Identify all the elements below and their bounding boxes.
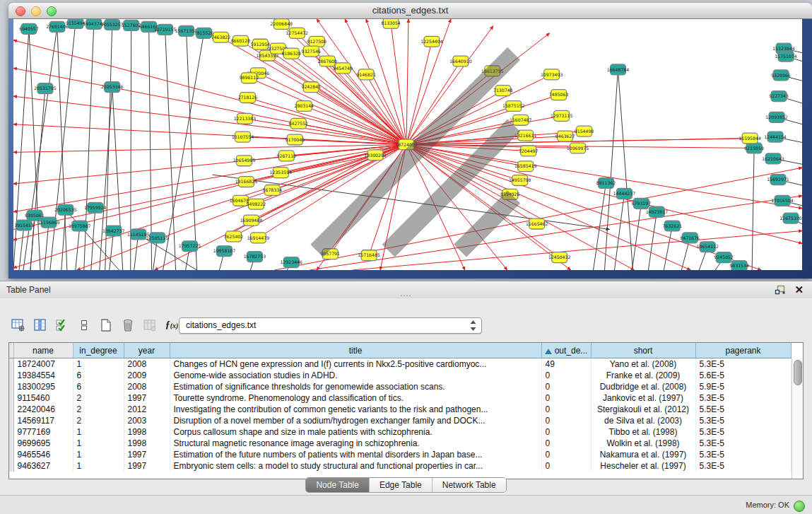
cell[interactable]: Franke et al. (2009) bbox=[591, 370, 695, 381]
cell[interactable]: 49 bbox=[541, 358, 591, 370]
cell[interactable]: Corpus callosum shape and size in male p… bbox=[170, 426, 541, 438]
cell[interactable]: 0 bbox=[541, 426, 591, 438]
cell[interactable]: 2008 bbox=[124, 358, 170, 370]
column-header-year[interactable]: year bbox=[124, 343, 170, 358]
cell[interactable]: 0 bbox=[541, 460, 591, 472]
table-row[interactable]: 1456911722003Disruption of a novel membe… bbox=[9, 415, 791, 426]
float-window-icon[interactable] bbox=[775, 285, 786, 296]
cell[interactable]: 1998 bbox=[124, 426, 170, 438]
cell[interactable]: 18300295 bbox=[13, 381, 73, 392]
cell[interactable]: 1 bbox=[73, 358, 124, 370]
cell[interactable]: 1 bbox=[73, 438, 124, 449]
cell[interactable]: 2 bbox=[73, 392, 124, 404]
cell[interactable]: 0 bbox=[541, 370, 591, 381]
table-row[interactable]: 946554611997Estimation of the future num… bbox=[9, 449, 791, 460]
scrollbar-thumb[interactable] bbox=[794, 360, 802, 385]
cell[interactable]: 9465546 bbox=[13, 449, 73, 460]
table-row[interactable]: 1830029562008Estimation of significance … bbox=[9, 381, 791, 392]
import-table-icon[interactable] bbox=[143, 318, 157, 332]
cell[interactable]: Stergiakouli et al. (2012) bbox=[591, 404, 695, 415]
cell[interactable]: 2008 bbox=[124, 381, 170, 392]
cell[interactable]: 9699695 bbox=[13, 438, 73, 449]
cell[interactable]: Investigating the contribution of common… bbox=[170, 404, 541, 415]
cell[interactable]: 9115460 bbox=[13, 392, 73, 404]
cell[interactable]: 1997 bbox=[124, 449, 170, 460]
vertical-scrollbar[interactable] bbox=[792, 358, 803, 479]
delete-table-icon[interactable] bbox=[121, 318, 135, 332]
new-table-icon[interactable] bbox=[99, 318, 113, 332]
table-source-dropdown[interactable]: citations_edges.txt bbox=[179, 317, 482, 334]
cell[interactable]: 5.3E-5 bbox=[695, 392, 791, 404]
column-header-title[interactable]: title bbox=[170, 343, 541, 358]
cell[interactable]: 5.5E-5 bbox=[695, 404, 791, 415]
cell[interactable]: 9777169 bbox=[13, 426, 73, 438]
cell[interactable]: 0 bbox=[541, 404, 591, 415]
cell[interactable]: 1997 bbox=[124, 392, 170, 404]
cell[interactable]: 5.3E-5 bbox=[695, 438, 791, 449]
table-settings-icon[interactable] bbox=[11, 318, 25, 332]
column-header-name[interactable]: name bbox=[13, 343, 73, 358]
table-row[interactable]: 911546021997Tourette syndrome. Phenomeno… bbox=[9, 392, 791, 404]
cell[interactable]: Hescheler et al. (1997) bbox=[591, 460, 695, 472]
tab-edge-table[interactable]: Edge Table bbox=[370, 478, 433, 492]
table-row[interactable]: 946362711997Embryonic stem cells: a mode… bbox=[9, 460, 791, 472]
cell[interactable]: Jankovic et al. (1997) bbox=[591, 392, 695, 404]
cell[interactable]: 5.3E-5 bbox=[695, 449, 791, 460]
cell[interactable]: 1 bbox=[73, 460, 124, 472]
cell[interactable]: de Silva et al. (2003) bbox=[591, 415, 695, 426]
table-row[interactable]: 969969511998Structural magnetic resonanc… bbox=[9, 438, 791, 449]
cell[interactable]: 0 bbox=[541, 381, 591, 392]
cell[interactable]: 0 bbox=[541, 392, 591, 404]
cell[interactable]: 1 bbox=[73, 426, 124, 438]
cell[interactable]: 0 bbox=[541, 415, 591, 426]
cell[interactable]: 5.3E-5 bbox=[695, 415, 791, 426]
cell[interactable]: 0 bbox=[541, 438, 591, 449]
cell[interactable]: Embryonic stem cells: a model to study s… bbox=[170, 460, 541, 472]
cell[interactable]: 5.3E-5 bbox=[695, 358, 791, 370]
cell[interactable]: Estimation of significance thresholds fo… bbox=[170, 381, 541, 392]
cell[interactable]: 0 bbox=[541, 449, 591, 460]
cell[interactable]: Estimation of the future numbers of pati… bbox=[170, 449, 541, 460]
column-visibility-icon[interactable] bbox=[33, 318, 47, 332]
cell[interactable]: Tibbo et al. (1998) bbox=[591, 426, 695, 438]
cell[interactable]: 5.3E-5 bbox=[695, 426, 791, 438]
column-header-out_de[interactable]: out_de... bbox=[541, 343, 591, 358]
network-window-titlebar[interactable]: citations_edges.txt bbox=[8, 3, 812, 19]
cell[interactable]: 1 bbox=[73, 449, 124, 460]
cell[interactable]: 2 bbox=[73, 404, 124, 415]
network-canvas[interactable]: 6940557276914069155494149437441055325715… bbox=[13, 19, 802, 270]
cell[interactable]: 1997 bbox=[124, 460, 170, 472]
cell[interactable]: 2009 bbox=[124, 370, 170, 381]
splitter-handle-icon[interactable] bbox=[400, 294, 411, 297]
rows-icon[interactable] bbox=[77, 318, 91, 332]
tab-network-table[interactable]: Network Table bbox=[433, 478, 506, 492]
cell[interactable]: 2012 bbox=[124, 404, 170, 415]
table-row[interactable]: 2242004622012Investigating the contribut… bbox=[9, 404, 791, 415]
tab-node-table[interactable]: Node Table bbox=[306, 478, 370, 492]
cell[interactable]: 5.9E-5 bbox=[695, 381, 791, 392]
cell[interactable]: Nakamura et al. (1997) bbox=[591, 449, 695, 460]
cell[interactable]: Yano et al. (2008) bbox=[591, 358, 695, 370]
close-panel-icon[interactable]: ✕ bbox=[794, 284, 804, 296]
cell[interactable]: 6 bbox=[73, 381, 124, 392]
table-row[interactable]: 1938455462009Genome-wide association stu… bbox=[9, 370, 791, 381]
table-row[interactable]: 977716911998Corpus callosum shape and si… bbox=[9, 426, 791, 438]
function-builder-icon[interactable]: ƒ(x) bbox=[165, 318, 179, 332]
column-header-in_degree[interactable]: in_degree bbox=[73, 343, 124, 358]
column-header-short[interactable]: short bbox=[591, 343, 695, 358]
table-row[interactable]: 1872400712008Changes of HCN gene express… bbox=[9, 358, 791, 370]
cell[interactable]: Dudbridge et al. (2008) bbox=[591, 381, 695, 392]
cell[interactable]: Wolkin et al. (1998) bbox=[591, 438, 695, 449]
cell[interactable]: 19384554 bbox=[13, 370, 73, 381]
cell[interactable]: Changes of HCN gene expression and I(f) … bbox=[170, 358, 541, 370]
cell[interactable]: 22420046 bbox=[13, 404, 73, 415]
cell[interactable]: Genome-wide association studies in ADHD. bbox=[170, 370, 541, 381]
cell[interactable]: 2003 bbox=[124, 415, 170, 426]
cell[interactable]: 1998 bbox=[124, 438, 170, 449]
column-header-pagerank[interactable]: pagerank bbox=[695, 343, 791, 358]
node-table-grid[interactable]: namein_degreeyeartitleout_de...shortpage… bbox=[9, 343, 792, 472]
memory-status-dot[interactable] bbox=[794, 501, 805, 512]
cell[interactable]: Structural magnetic resonance image aver… bbox=[170, 438, 541, 449]
cell[interactable]: 5.3E-5 bbox=[695, 460, 791, 472]
cell[interactable]: 9463627 bbox=[13, 460, 73, 472]
